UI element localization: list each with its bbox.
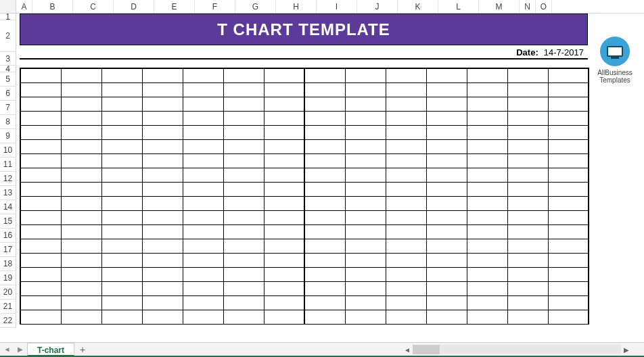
tchart-cell[interactable] xyxy=(426,139,467,153)
tchart-cell[interactable] xyxy=(101,224,142,239)
tchart-cell[interactable] xyxy=(467,281,507,295)
tchart-cell[interactable] xyxy=(183,253,223,267)
tchart-cell[interactable] xyxy=(101,153,142,168)
tchart-cell[interactable] xyxy=(507,111,548,125)
scroll-left-icon[interactable]: ◄ xyxy=(402,346,413,354)
row-header[interactable]: 11 xyxy=(0,158,16,172)
tchart-cell[interactable] xyxy=(426,111,467,125)
tchart-cell[interactable] xyxy=(223,97,264,111)
tchart-cell[interactable] xyxy=(20,111,61,125)
tchart-cell[interactable] xyxy=(61,153,101,168)
tchart-cell[interactable] xyxy=(142,153,183,168)
tab-nav-right-icon[interactable]: ▶ xyxy=(18,346,23,353)
tchart-cell[interactable] xyxy=(548,182,589,196)
tchart-cell[interactable] xyxy=(507,97,548,111)
tchart-cell[interactable] xyxy=(20,267,61,281)
tchart-cell[interactable] xyxy=(142,68,183,82)
tchart-cell[interactable] xyxy=(345,253,386,267)
col-header[interactable]: C xyxy=(73,0,114,13)
tchart-cell[interactable] xyxy=(183,281,223,295)
tchart-cell[interactable] xyxy=(142,82,183,97)
tchart-cell[interactable] xyxy=(183,196,223,210)
tchart-cell[interactable] xyxy=(101,281,142,295)
tchart-cell[interactable] xyxy=(223,210,264,224)
tchart-cell[interactable] xyxy=(101,267,142,281)
row-header[interactable]: 5 xyxy=(0,72,16,87)
tchart-cell[interactable] xyxy=(264,310,304,324)
tchart-cell[interactable] xyxy=(264,210,304,224)
row-header[interactable]: 20 xyxy=(0,285,16,300)
tchart-cell[interactable] xyxy=(101,139,142,153)
tchart-cell[interactable] xyxy=(20,139,61,153)
tchart-cell[interactable] xyxy=(183,182,223,196)
tchart-cell[interactable] xyxy=(101,310,142,324)
tchart-cell[interactable] xyxy=(426,68,467,82)
tchart-cell[interactable] xyxy=(223,310,264,324)
col-header[interactable]: I xyxy=(317,0,357,13)
tchart-cell[interactable] xyxy=(101,239,142,253)
tchart-cell[interactable] xyxy=(304,196,345,210)
tchart-cell[interactable] xyxy=(142,295,183,310)
tchart-cell[interactable] xyxy=(264,295,304,310)
tchart-cell[interactable] xyxy=(264,253,304,267)
tchart-cell[interactable] xyxy=(61,182,101,196)
tchart-cell[interactable] xyxy=(304,224,345,239)
tchart-cell[interactable] xyxy=(345,111,386,125)
row-header[interactable]: 18 xyxy=(0,257,16,271)
tchart-cell[interactable] xyxy=(183,310,223,324)
tchart-cell[interactable] xyxy=(426,196,467,210)
tchart-cell[interactable] xyxy=(142,125,183,139)
tchart-cell[interactable] xyxy=(223,253,264,267)
col-header[interactable]: L xyxy=(438,0,479,13)
tchart-cell[interactable] xyxy=(20,253,61,267)
tchart-cell[interactable] xyxy=(304,168,345,182)
tchart-cell[interactable] xyxy=(345,139,386,153)
col-header[interactable]: D xyxy=(114,0,154,13)
tchart-cell[interactable] xyxy=(426,153,467,168)
tchart-cell[interactable] xyxy=(304,281,345,295)
tchart-cell[interactable] xyxy=(223,82,264,97)
tchart-cell[interactable] xyxy=(345,182,386,196)
tchart-cell[interactable] xyxy=(467,210,507,224)
tchart-cell[interactable] xyxy=(223,182,264,196)
tchart-cell[interactable] xyxy=(223,111,264,125)
tchart-cell[interactable] xyxy=(467,168,507,182)
tchart-cell[interactable] xyxy=(345,82,386,97)
tchart-cell[interactable] xyxy=(20,310,61,324)
tchart-cell[interactable] xyxy=(264,139,304,153)
tchart-cell[interactable] xyxy=(548,153,589,168)
tchart-cell[interactable] xyxy=(386,68,426,82)
tchart-cell[interactable] xyxy=(386,210,426,224)
tchart-cell[interactable] xyxy=(548,239,589,253)
tchart-cell[interactable] xyxy=(61,224,101,239)
tchart-cell[interactable] xyxy=(467,295,507,310)
tchart-cell[interactable] xyxy=(304,253,345,267)
row-header[interactable]: 12 xyxy=(0,172,16,186)
row-header[interactable]: 22 xyxy=(0,314,16,328)
tchart-cell[interactable] xyxy=(507,295,548,310)
col-header[interactable]: J xyxy=(357,0,398,13)
tchart-cell[interactable] xyxy=(345,153,386,168)
tchart-cell[interactable] xyxy=(183,97,223,111)
tchart-cell[interactable] xyxy=(20,295,61,310)
tchart-cell[interactable] xyxy=(264,239,304,253)
tchart-cell[interactable] xyxy=(345,295,386,310)
tchart-cell[interactable] xyxy=(223,224,264,239)
tchart-cell[interactable] xyxy=(386,125,426,139)
tchart-cell[interactable] xyxy=(61,239,101,253)
tchart-cell[interactable] xyxy=(101,82,142,97)
col-header[interactable]: F xyxy=(195,0,235,13)
tchart-cell[interactable] xyxy=(548,253,589,267)
tchart-cell[interactable] xyxy=(467,139,507,153)
tchart-cell[interactable] xyxy=(304,82,345,97)
tchart-cell[interactable] xyxy=(264,281,304,295)
tchart-cell[interactable] xyxy=(548,310,589,324)
tchart-cell[interactable] xyxy=(264,111,304,125)
tchart-cell[interactable] xyxy=(142,239,183,253)
tchart-cell[interactable] xyxy=(223,281,264,295)
col-header[interactable]: K xyxy=(398,0,438,13)
tchart-cell[interactable] xyxy=(507,139,548,153)
tchart-cell[interactable] xyxy=(183,68,223,82)
row-header[interactable]: 14 xyxy=(0,200,16,214)
tchart-cell[interactable] xyxy=(101,68,142,82)
